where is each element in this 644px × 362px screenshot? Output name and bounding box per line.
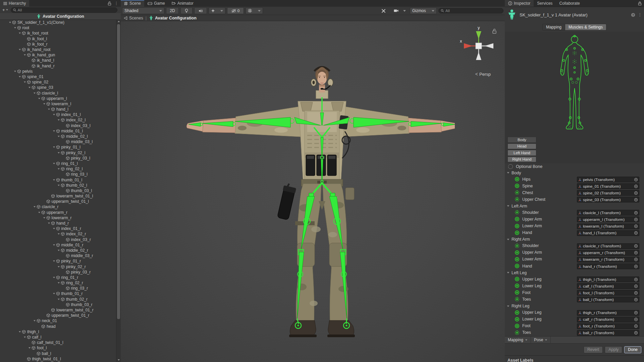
hierarchy-node-head[interactable]: head [0, 324, 116, 329]
hierarchy-node-pinky_02_l[interactable]: pinky_02_l [0, 150, 116, 156]
scene-search-input[interactable]: All [438, 8, 503, 13]
scroll-up-arrow[interactable] [116, 19, 121, 23]
grid-settings-dropdown[interactable] [246, 7, 263, 14]
tab-animator[interactable]: Animator [168, 0, 197, 7]
hierarchy-node-middle_02_r[interactable]: middle_02_r [0, 248, 116, 253]
component-menu-icon[interactable]: ⋮ [638, 12, 642, 17]
hierarchy-node-spine_02[interactable]: spine_02 [0, 79, 116, 85]
asset-labels-section[interactable]: Asset Labels [505, 355, 644, 362]
tab-muscles-settings[interactable]: Muscles & Settings [565, 24, 606, 31]
object-picker-icon[interactable] [634, 251, 638, 255]
scene-lighting-button[interactable] [180, 7, 193, 14]
bone-object-field[interactable]: foot_l (Transform) [577, 290, 639, 296]
foldout-icon[interactable] [28, 347, 32, 349]
hierarchy-node-thigh_twist_01_l[interactable]: thigh_twist_01_l [0, 356, 116, 362]
done-button[interactable]: Done [624, 346, 641, 353]
foldout-icon[interactable] [57, 185, 61, 186]
hierarchy-node-ring_03_l[interactable]: ring_03_l [0, 172, 116, 177]
hierarchy-node-pinky_03_l[interactable]: pinky_03_l [0, 156, 116, 161]
apply-button[interactable]: Apply [605, 346, 622, 353]
foldout-icon[interactable] [52, 114, 56, 115]
hierarchy-node-ik_hand_r[interactable]: ik_hand_r [0, 63, 116, 69]
foldout-icon[interactable] [47, 109, 51, 110]
avatar-mapping-diagram[interactable]: BodyHeadLeft HandRight Hand [505, 32, 644, 163]
hierarchy-node-pelvis[interactable]: pelvis [0, 69, 116, 74]
foldout-icon[interactable] [57, 119, 61, 121]
mapping-menu-dropdown[interactable]: Mapping [505, 337, 531, 343]
hierarchy-node-thumb_02_r[interactable]: thumb_02_r [0, 297, 116, 302]
foldout-icon[interactable] [33, 206, 37, 207]
foldout-icon[interactable] [23, 337, 27, 338]
hierarchy-node-lowerarm_twist_01_r[interactable]: lowerarm_twist_01_r [0, 307, 116, 313]
bone-object-field[interactable]: lowerarm_l (Transform) [577, 224, 639, 229]
foldout-icon[interactable] [52, 163, 56, 164]
object-picker-icon[interactable] [634, 264, 638, 268]
help-icon[interactable]: ? [631, 13, 635, 17]
hierarchy-node-ring_01_l[interactable]: ring_01_l [0, 161, 116, 166]
hierarchy-node-middle_03_l[interactable]: middle_03_l [0, 139, 116, 144]
bone-object-field[interactable]: spine_02 (Transform) [577, 190, 639, 196]
hierarchy-node-clavicle_l[interactable]: clavicle_l [0, 90, 116, 96]
hierarchy-node-spine_03[interactable]: spine_03 [0, 85, 116, 90]
gizmo-cube[interactable] [476, 43, 482, 49]
foldout-icon[interactable] [52, 244, 56, 246]
hierarchy-node-ring_02_l[interactable]: ring_02_l [0, 166, 116, 172]
hierarchy-node-middle_02_l[interactable]: middle_02_l [0, 134, 116, 139]
gizmo-y-cone[interactable] [476, 31, 481, 39]
section-left-arm[interactable]: Left Arm [505, 203, 644, 209]
hierarchy-node-calf_twist_01_l[interactable]: calf_twist_01_l [0, 340, 116, 345]
hierarchy-node-ik_hand_l[interactable]: ik_hand_l [0, 58, 116, 63]
hierarchy-node-upperarm_twist_01_r[interactable]: upperarm_twist_01_r [0, 313, 116, 318]
object-picker-icon[interactable] [634, 178, 638, 182]
bone-object-field[interactable]: spine_01 (Transform) [577, 183, 639, 189]
hierarchy-node-index_01_l[interactable]: index_01_l [0, 112, 116, 117]
foldout-icon[interactable] [57, 266, 61, 267]
hierarchy-node-ik_foot_l[interactable]: ik_foot_l [0, 36, 116, 42]
foldout-icon[interactable] [42, 103, 46, 105]
object-picker-icon[interactable] [634, 218, 638, 222]
hierarchy-node-upperarm_twist_01_l[interactable]: upperarm_twist_01_l [0, 199, 116, 204]
hierarchy-node-thumb_03_r[interactable]: thumb_03_r [0, 302, 116, 307]
scroll-down-arrow[interactable] [116, 358, 121, 362]
hierarchy-node-pinky_03_r[interactable]: pinky_03_r [0, 269, 116, 275]
hierarchy-node-foot_l[interactable]: foot_l [0, 345, 116, 351]
bone-object-field[interactable]: thigh_l (Transform) [577, 277, 639, 282]
part-button-left-hand[interactable]: Left Hand [507, 150, 536, 156]
bone-object-field[interactable]: upperarm_l (Transform) [577, 217, 639, 222]
object-picker-icon[interactable] [634, 324, 638, 328]
foldout-icon[interactable] [47, 223, 51, 224]
hierarchy-node-spine_01[interactable]: spine_01 [0, 74, 116, 79]
section-body[interactable]: Body [505, 170, 644, 176]
foldout-icon[interactable] [57, 233, 61, 235]
foldout-icon[interactable] [57, 282, 61, 284]
hierarchy-node-ring_02_r[interactable]: ring_02_r [0, 280, 116, 286]
pose-menu-dropdown[interactable]: Pose [531, 337, 551, 343]
hierarchy-node-ring_03_r[interactable]: ring_03_r [0, 286, 116, 291]
custom-tools-button[interactable] [377, 7, 390, 14]
bone-object-field[interactable]: upperarm_r (Transform) [577, 250, 639, 256]
object-picker-icon[interactable] [634, 231, 638, 235]
hierarchy-node-pinky_01_r[interactable]: pinky_01_r [0, 258, 116, 264]
scene-visibility-toggle[interactable]: 0 [227, 7, 244, 14]
foldout-icon[interactable] [57, 168, 61, 170]
foldout-icon[interactable] [57, 250, 61, 251]
part-button-head[interactable]: Head [507, 143, 536, 149]
hierarchy-node-thumb_01_r[interactable]: thumb_01_r [0, 291, 116, 296]
gizmo-x-cone[interactable] [464, 43, 473, 49]
section-right-leg[interactable]: Right Leg [505, 303, 644, 309]
hierarchy-node-lowerarm_l[interactable]: lowerarm_l [0, 101, 116, 107]
foldout-icon[interactable] [57, 136, 61, 137]
hierarchy-scrollbar[interactable] [116, 19, 121, 362]
foldout-icon[interactable] [57, 152, 61, 154]
hierarchy-node-ik_hand_gun[interactable]: ik_hand_gun [0, 52, 116, 58]
gizmo-lock-icon[interactable] [492, 28, 497, 34]
foldout-icon[interactable] [13, 27, 17, 28]
foldout-icon[interactable] [18, 331, 22, 333]
hierarchy-node-index_02_l[interactable]: index_02_l [0, 117, 116, 123]
object-picker-icon[interactable] [634, 257, 638, 261]
foldout-icon[interactable] [28, 87, 32, 88]
bone-object-field[interactable]: thigh_r (Transform) [577, 310, 639, 316]
object-picker-icon[interactable] [634, 224, 638, 228]
hierarchy-node-clavicle_r[interactable]: clavicle_r [0, 204, 116, 209]
object-picker-icon[interactable] [634, 311, 638, 315]
